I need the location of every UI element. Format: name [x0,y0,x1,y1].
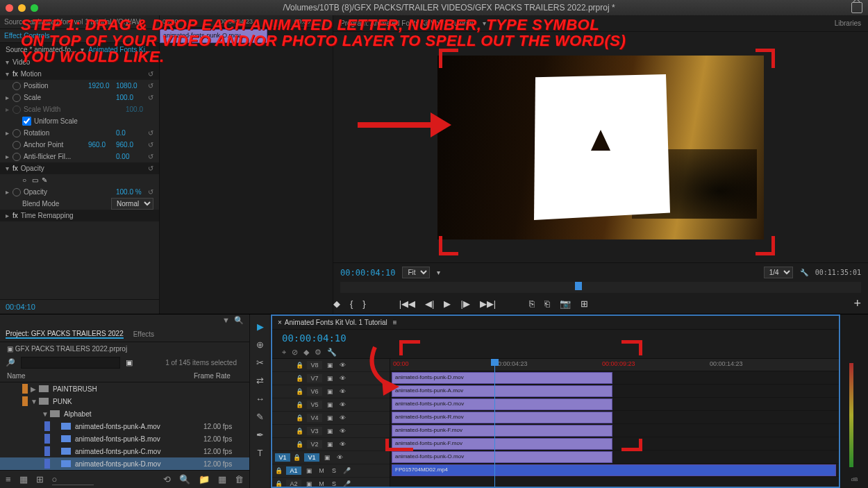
maximize-icon[interactable] [31,4,38,12]
minimize-icon[interactable] [18,4,26,12]
toggle-icon[interactable]: ▣ [304,467,314,474]
timeline-track[interactable]: FP015704MD02.mp4 [390,464,839,477]
reset-icon[interactable]: ↺ [144,70,153,78]
add-button[interactable]: + [853,296,861,311]
scale-value[interactable]: 100.0 [116,94,144,101]
track-header[interactable]: 🔒V6▣👁 [272,385,390,398]
snap-icon[interactable]: ⌖ [282,348,286,357]
track-header[interactable]: 🔒V3▣👁 [272,425,390,438]
share-icon[interactable] [851,2,862,13]
column-framerate[interactable]: Frame Rate [194,372,242,380]
uniform-scale-checkbox[interactable] [22,117,31,126]
clip-row[interactable]: animated-fonts-punk-C.mov12.00 fps [0,445,249,457]
sequence-tab[interactable]: Animated Fonts Kit Vol. 1 Tutorial [285,319,387,326]
lock-icon[interactable]: 🔒 [275,480,283,487]
eye-icon[interactable]: 👁 [337,375,347,382]
track-label[interactable]: V4 [307,414,322,422]
toggle-icon[interactable]: ▣ [325,414,335,421]
zoom-slider[interactable]: ○ [52,474,94,485]
track-header[interactable]: 🔒A1▣MS🎤 [272,464,390,478]
toggle-icon[interactable]: ▣ [304,480,314,487]
chevron-icon[interactable]: ▶ [31,385,39,393]
clip-row[interactable]: animated-fonts-punk-B.mov12.00 fps [0,432,249,445]
effect-controls-tab[interactable]: Effect Controls [4,32,49,40]
track-header[interactable]: 🔒A2▣MS🎤 [272,478,390,487]
stopwatch-icon[interactable] [12,188,21,196]
eye-icon[interactable]: 👁 [337,428,347,435]
track-label[interactable]: V5 [307,401,322,409]
tool-button[interactable]: ✒ [254,428,267,441]
playhead[interactable] [494,359,495,487]
libraries-tab[interactable]: Libraries [835,19,861,27]
step-back-button[interactable]: ◀| [425,298,434,309]
source-patch[interactable]: V1 [275,453,290,462]
stopwatch-icon[interactable] [12,129,21,137]
timeline-clip[interactable]: animated-fonts-punk-R.mov [392,412,612,423]
export-frame-button[interactable]: 📷 [560,298,571,309]
timeline-timecode[interactable]: 00:00:04:10 [272,330,839,346]
toggle-icon[interactable]: ▣ [325,428,335,435]
anchor-y-value[interactable]: 960.0 [116,141,144,149]
tool-button[interactable]: ⇄ [254,374,267,387]
stopwatch-icon[interactable] [12,153,21,161]
track-header[interactable]: 🔒V8▣👁 [272,359,390,372]
tool-button[interactable]: ▶ [254,320,267,333]
timeline-tracks-area[interactable]: 00:00 00:00:04:23 00:00:09:23 00:00:14:2… [390,359,839,487]
toggle-icon[interactable]: ▣ [325,362,335,369]
toggle-icon[interactable]: ▣ [322,454,332,461]
track-header[interactable]: 🔒V5▣👁 [272,398,390,412]
track-label[interactable]: V3 [307,427,322,435]
mark-in-button[interactable]: { [350,298,353,309]
folder-row[interactable]: ▼PUNK [0,395,249,407]
reset-icon[interactable]: ↺ [144,165,153,172]
mic-icon[interactable]: 🎤 [342,467,351,474]
stopwatch-icon[interactable] [12,82,21,90]
wrench-icon[interactable]: 🔧 [327,348,337,357]
toggle-icon[interactable]: ▣ [325,375,335,382]
program-tab-menu[interactable]: ▾ [483,19,486,27]
track-label[interactable]: A2 [286,480,301,487]
track-label[interactable]: V1 [304,453,319,462]
project-tab[interactable]: Project: GFX PACKS TRAILERS 2022 [6,330,124,339]
timeline-track[interactable]: animated-fonts-punk-A.mov [390,385,839,398]
lock-icon[interactable]: 🔒 [293,454,301,461]
program-tab[interactable]: Program: Animated Fonts Kit Vol. 1 Tutor… [340,19,473,27]
goto-in-button[interactable]: |◀◀ [399,298,415,309]
folder-row[interactable]: ▼Alphabet [0,407,249,420]
blend-mode-select[interactable]: Normal [111,198,153,210]
new-item-icon[interactable]: ▦ [218,474,226,485]
effect-controls-timeline[interactable]: 00:00 00:00:04:23 00:00 animated-fonts-p… [160,15,333,314]
pen-mask-icon[interactable]: ✎ [42,176,51,184]
lock-icon[interactable]: 🔒 [275,467,283,474]
timeline-track[interactable]: animated-fonts-punk-O.mov [390,451,839,464]
anchor-x-value[interactable]: 960.0 [88,141,116,149]
freeform-view-icon[interactable]: ⊞ [36,474,44,485]
automate-icon[interactable]: ⟲ [163,474,171,485]
resolution-select[interactable]: 1/4 [764,267,793,278]
list-view-icon[interactable]: ≡ [6,474,11,485]
timeline-clip[interactable]: animated-fonts-punk-O.mov [392,398,612,410]
close-icon[interactable] [6,4,13,12]
program-monitor[interactable] [333,32,868,262]
timeline-clip[interactable]: animated-fonts-punk-A.mov [392,385,612,397]
ellipse-mask-icon[interactable]: ○ [22,176,32,184]
track-label[interactable]: V2 [307,440,322,448]
solo-button[interactable]: S [329,467,339,474]
dropdown-icon[interactable]: ▾ [437,269,440,276]
project-tree[interactable]: ▶PAINTBRUSH▼PUNK▼Alphabetanimated-fonts-… [0,382,249,470]
lock-icon[interactable]: 🔒 [296,388,304,395]
track-label[interactable]: A1 [286,466,301,475]
goto-out-button[interactable]: ▶▶| [480,298,496,309]
eye-icon[interactable]: 👁 [337,441,347,448]
trash-icon[interactable]: 🗑 [235,474,244,485]
find-icon[interactable]: 🔍 [179,474,190,485]
track-header[interactable]: V1🔒V1▣👁 [272,451,390,464]
timeline-ruler[interactable]: 00:00 00:00:04:23 00:00:09:23 00:00:14:2… [390,359,839,371]
column-name[interactable]: Name [7,372,194,380]
mini-clip[interactable]: animated-fonts-punk-O.mov [160,29,267,43]
lock-icon[interactable]: 🔒 [296,414,304,421]
track-label[interactable]: V8 [307,361,322,369]
opacity-value[interactable]: 100.0 % [116,188,144,196]
stopwatch-icon[interactable] [12,141,21,149]
opacity-section-label[interactable]: Opacity [21,165,144,172]
